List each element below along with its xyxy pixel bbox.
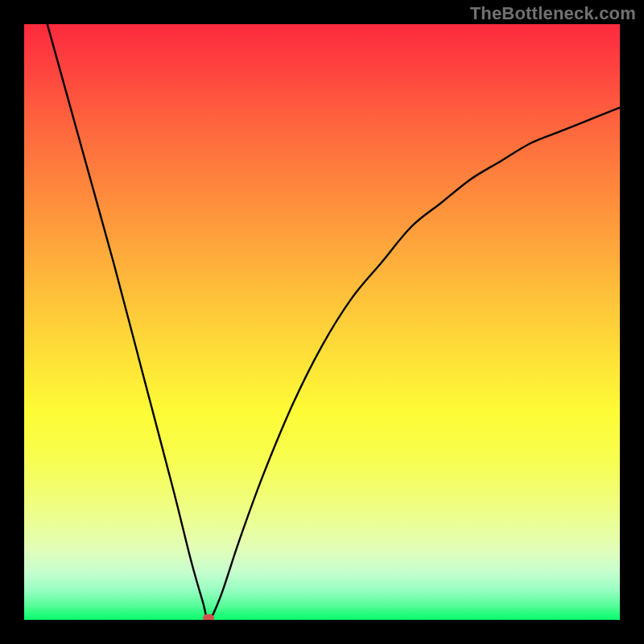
watermark-text: TheBottleneck.com (470, 3, 636, 24)
optimum-marker (203, 614, 214, 620)
bottleneck-curve (24, 24, 620, 620)
plot-area (24, 24, 620, 620)
chart-page: TheBottleneck.com (0, 0, 644, 644)
